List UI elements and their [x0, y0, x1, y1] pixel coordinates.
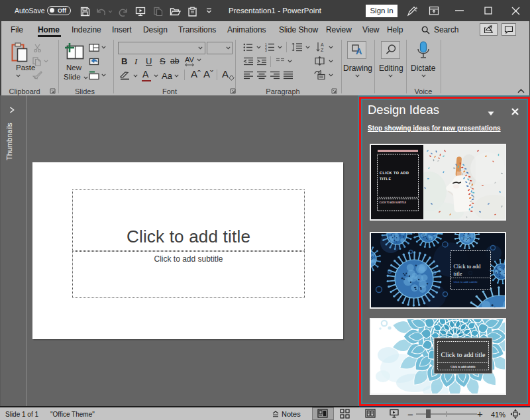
svg-text:Click to add title: Click to add title [441, 351, 486, 358]
svg-text:TITLE: TITLE [380, 177, 391, 181]
svg-text:Click to add: Click to add [454, 264, 482, 270]
svg-text:CLICK TO ADD SUBTITLE: CLICK TO ADD SUBTITLE [380, 201, 407, 204]
svg-text:3: 3 [265, 48, 267, 52]
svg-text:CLICK TO ADD: CLICK TO ADD [380, 171, 409, 175]
svg-text:title: title [454, 271, 462, 277]
svg-text:Z: Z [321, 48, 324, 52]
svg-text:A: A [321, 42, 324, 47]
svg-text:Click to add subtitle: Click to add subtitle [450, 365, 476, 368]
svg-text:Click to add subtitle: Click to add subtitle [454, 280, 478, 284]
svg-text:A: A [356, 46, 362, 55]
